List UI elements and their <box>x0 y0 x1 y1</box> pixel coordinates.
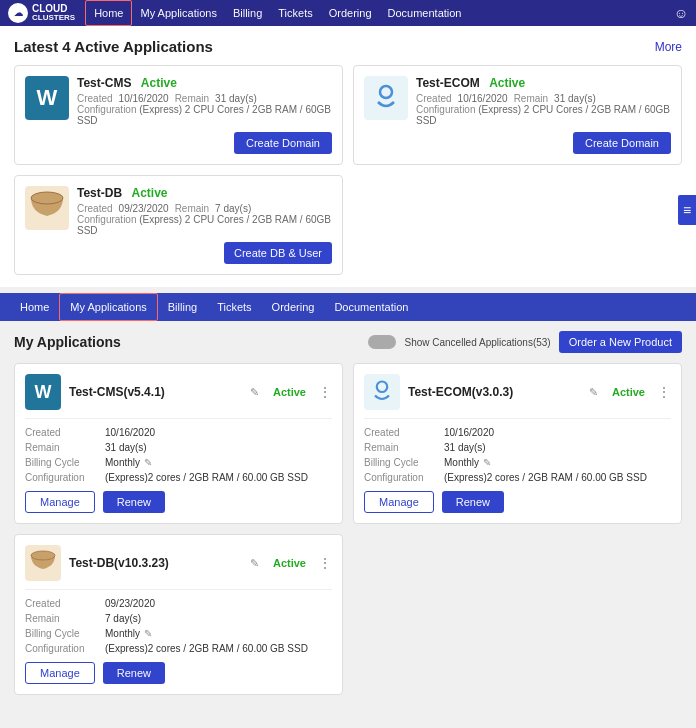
section-title: Latest 4 Active Applications <box>14 38 213 55</box>
ecom-app-name: Test-ECOM <box>416 76 480 90</box>
ecom-remain-label: Remain <box>514 93 548 104</box>
db-created: 09/23/2020 <box>119 203 169 214</box>
adc-ecom-manage-button[interactable]: Manage <box>364 491 434 513</box>
adc-ecom-config-row: Configuration (Express)2 cores / 2GB RAM… <box>364 472 671 483</box>
adc-db-remain-label: Remain <box>25 613 105 624</box>
adc-cms-status: Active <box>273 386 306 398</box>
adc-db-created-row: Created 09/23/2020 <box>25 598 332 609</box>
my-apps-section: My Applications Show Cancelled Applicati… <box>0 321 696 705</box>
adc-cms-edit-icon[interactable]: ✎ <box>250 386 259 399</box>
adc-cms-created-row: Created 10/16/2020 <box>25 427 332 438</box>
order-new-product-button[interactable]: Order a New Product <box>559 331 682 353</box>
top-nav-home[interactable]: Home <box>85 0 132 26</box>
top-nav-documentation[interactable]: Documentation <box>380 0 470 26</box>
cms-app-icon: W <box>25 76 69 120</box>
adc-cms-config: (Express)2 cores / 2GB RAM / 60.00 GB SS… <box>105 472 308 483</box>
second-nav-ordering[interactable]: Ordering <box>262 293 325 321</box>
more-link[interactable]: More <box>655 40 682 54</box>
db-create-button[interactable]: Create DB & User <box>224 242 332 264</box>
ecom-created-label: Created <box>416 93 452 104</box>
second-nav-tickets[interactable]: Tickets <box>207 293 261 321</box>
cms-created-label: Created <box>77 93 113 104</box>
ecom-status: Active <box>489 76 525 90</box>
adc-ecom-remain: 31 day(s) <box>444 442 486 453</box>
adc-db-created-label: Created <box>25 598 105 609</box>
adc-db-config-label: Configuration <box>25 643 105 654</box>
detail-card-cms: W Test-CMS(v5.4.1) ✎ Active ⋮ Created 10… <box>14 363 343 524</box>
adc-cms-billing: Monthly <box>105 457 140 468</box>
db-meta: Created 09/23/2020 Remain 7 day(s) <box>77 203 332 214</box>
top-nav-myapps[interactable]: My Applications <box>132 0 224 26</box>
adc-ecom-billing-edit-icon[interactable]: ✎ <box>483 457 491 468</box>
section-header: Latest 4 Active Applications More <box>14 38 682 55</box>
second-nav-myapps[interactable]: My Applications <box>59 293 157 321</box>
second-nav-billing[interactable]: Billing <box>158 293 207 321</box>
adc-ecom-config-label: Configuration <box>364 472 444 483</box>
cms-create-domain-button[interactable]: Create Domain <box>234 132 332 154</box>
show-cancelled-toggle[interactable] <box>368 335 396 349</box>
adc-cms-title: Test-CMS(v5.4.1) <box>69 385 240 399</box>
adc-db-remain-row: Remain 7 day(s) <box>25 613 332 624</box>
adc-db-billing-edit-icon[interactable]: ✎ <box>144 628 152 639</box>
cms-meta: Created 10/16/2020 Remain 31 day(s) <box>77 93 332 104</box>
ecom-app-icon <box>364 76 408 120</box>
db-status: Active <box>131 186 167 200</box>
db-app-name: Test-DB <box>77 186 122 200</box>
second-navbar: Home My Applications Billing Tickets Ord… <box>0 293 696 321</box>
svg-point-0 <box>380 86 392 98</box>
adc-db-renew-button[interactable]: Renew <box>103 662 165 684</box>
ecom-create-domain-button[interactable]: Create Domain <box>573 132 671 154</box>
second-nav-home[interactable]: Home <box>10 293 59 321</box>
adc-ecom-renew-button[interactable]: Renew <box>442 491 504 513</box>
cms-remain: 31 day(s) <box>215 93 257 104</box>
logo: ☁ CLOUD CLUSTERS <box>8 3 75 23</box>
adc-db-icon <box>25 545 61 581</box>
adc-db-actions: Manage Renew <box>25 662 332 684</box>
cms-app-name: Test-CMS <box>77 76 131 90</box>
adc-ecom-remain-label: Remain <box>364 442 444 453</box>
adc-ecom-billing-label: Billing Cycle <box>364 457 444 468</box>
db-created-label: Created <box>77 203 113 214</box>
adc-cms-billing-row: Billing Cycle Monthly ✎ <box>25 457 332 468</box>
cms-title-row: Test-CMS Active <box>77 76 332 90</box>
toggle-label: Show Cancelled Applications(53) <box>404 337 550 348</box>
adc-cms-actions: Manage Renew <box>25 491 332 513</box>
adc-db-billing-row: Billing Cycle Monthly ✎ <box>25 628 332 639</box>
adc-cms-dots-icon[interactable]: ⋮ <box>318 384 332 400</box>
adc-cms-remain: 31 day(s) <box>105 442 147 453</box>
adc-ecom-edit-icon[interactable]: ✎ <box>589 386 598 399</box>
top-app-card-ecom: Test-ECOM Active Created 10/16/2020 Rema… <box>353 65 682 165</box>
adc-db-config: (Express)2 cores / 2GB RAM / 60.00 GB SS… <box>105 643 308 654</box>
adc-ecom-remain-row: Remain 31 day(s) <box>364 442 671 453</box>
ecom-card-header: Test-ECOM Active Created 10/16/2020 Rema… <box>364 76 671 126</box>
scroll-button[interactable]: ≡ <box>678 195 696 225</box>
top-nav-tickets[interactable]: Tickets <box>270 0 320 26</box>
cms-card-header: W Test-CMS Active Created 10/16/2020 Rem… <box>25 76 332 126</box>
adc-cms-renew-button[interactable]: Renew <box>103 491 165 513</box>
adc-db-billing-label: Billing Cycle <box>25 628 105 639</box>
db-config-label: Configuration <box>77 214 136 225</box>
top-nav-ordering[interactable]: Ordering <box>321 0 380 26</box>
adc-ecom-billing: Monthly <box>444 457 479 468</box>
top-app-card-cms: W Test-CMS Active Created 10/16/2020 Rem… <box>14 65 343 165</box>
adc-db-title: Test-DB(v10.3.23) <box>69 556 240 570</box>
adc-db-edit-icon[interactable]: ✎ <box>250 557 259 570</box>
top-nav-links: Home My Applications Billing Tickets Ord… <box>85 0 674 26</box>
adc-ecom-icon <box>364 374 400 410</box>
adc-db-manage-button[interactable]: Manage <box>25 662 95 684</box>
adc-ecom-billing-row: Billing Cycle Monthly ✎ <box>364 457 671 468</box>
adc-ecom-dots-icon[interactable]: ⋮ <box>657 384 671 400</box>
adc-cms-config-row: Configuration (Express)2 cores / 2GB RAM… <box>25 472 332 483</box>
detail-card-db: Test-DB(v10.3.23) ✎ Active ⋮ Created 09/… <box>14 534 343 695</box>
adc-cms-manage-button[interactable]: Manage <box>25 491 95 513</box>
user-icon[interactable]: ☺ <box>674 5 688 21</box>
top-navbar: ☁ CLOUD CLUSTERS Home My Applications Bi… <box>0 0 696 26</box>
adc-ecom-created-label: Created <box>364 427 444 438</box>
adc-db-dots-icon[interactable]: ⋮ <box>318 555 332 571</box>
adc-cms-billing-edit-icon[interactable]: ✎ <box>144 457 152 468</box>
adc-ecom-header: Test-ECOM(v3.0.3) ✎ Active ⋮ <box>364 374 671 419</box>
adc-cms-created-label: Created <box>25 427 105 438</box>
second-nav-documentation[interactable]: Documentation <box>324 293 418 321</box>
top-nav-billing[interactable]: Billing <box>225 0 270 26</box>
cms-config-label: Configuration <box>77 104 136 115</box>
